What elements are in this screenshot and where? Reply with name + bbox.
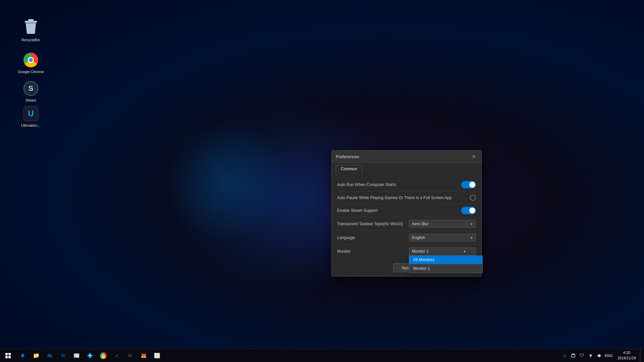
- taskbar: e 📁 🛍 ✉ 📰 💠 ✓: [0, 349, 644, 362]
- setting-steam-support: Enable Steam Support: [337, 204, 476, 217]
- taskbar-ie-icon[interactable]: e: [16, 349, 30, 362]
- show-desktop-button[interactable]: [640, 349, 643, 362]
- setting-auto-run: Auto Run When Computer Starts: [337, 178, 476, 191]
- svg-point-1: [590, 357, 591, 358]
- dialog-titlebar: Preferences ✕: [332, 150, 481, 163]
- steam-support-toggle[interactable]: [461, 207, 476, 214]
- clock-date: 2019/11/29: [618, 356, 636, 361]
- taskbar-app8-icon[interactable]: ✓: [110, 349, 123, 362]
- clock-time: 4:20: [623, 350, 630, 355]
- dialog-title: Preferences: [336, 154, 359, 159]
- monitor-option-1[interactable]: Monitor 1: [409, 264, 482, 273]
- language-dropdown-wrapper: English Chinese Japanese Korean ▼: [409, 234, 476, 242]
- network-icon: [588, 353, 593, 358]
- taskbar-style-select[interactable]: Aero Blur Transparent Blur None: [409, 220, 476, 228]
- dialog-content: Auto Run When Computer Starts Auto Pause…: [332, 173, 481, 261]
- taskbar-style-label: Translucent Taskbar Style(for Win10): [337, 222, 409, 226]
- steam-label: Steam: [25, 98, 36, 103]
- tray-app-icon-4[interactable]: [587, 349, 595, 362]
- windows-logo-icon: [5, 353, 11, 358]
- close-button[interactable]: ✕: [471, 153, 477, 160]
- taskbar-explorer-icon[interactable]: 📁: [30, 349, 43, 362]
- svg-marker-2: [598, 354, 600, 357]
- steam-support-knob: [469, 207, 475, 214]
- auto-run-knob: [469, 182, 475, 188]
- preferences-dialog: Preferences ✕ Common Auto Run When Compu…: [331, 150, 482, 277]
- clock-area[interactable]: 4:20 2019/11/29: [614, 349, 639, 362]
- tray-app-icon-3[interactable]: 🛡: [578, 349, 586, 362]
- auto-run-label: Auto Run When Computer Starts: [337, 182, 461, 187]
- auto-pause-label: Auto Pause While Playing Games Or There …: [337, 195, 470, 200]
- svg-rect-0: [572, 354, 575, 357]
- monitor-chevron-icon: ▼: [463, 250, 466, 253]
- language-label: Language: [337, 235, 409, 240]
- taskbar-style-dropdown-wrapper: Aero Blur Transparent Blur None ▼: [409, 220, 476, 228]
- setting-taskbar-style: Translucent Taskbar Style(for Win10) Aer…: [337, 217, 476, 231]
- setting-monitor: Monitor Monitor 1 ▼ All Monitors Monitor…: [337, 245, 476, 258]
- recycle-bin-label: RecycleBin: [21, 38, 40, 42]
- monitor-dropdown[interactable]: Monitor 1 ▼ All Monitors Monitor 1: [409, 247, 476, 255]
- taskbar-mail-icon[interactable]: ✉: [56, 349, 70, 362]
- setting-language: Language English Chinese Japanese Korean…: [337, 231, 476, 245]
- tray-icon-img-2: [571, 353, 576, 358]
- desktop: RecycleBin Google Chrome S Steam U Ultim…: [0, 0, 644, 362]
- taskbar-app5-icon[interactable]: 📰: [70, 349, 83, 362]
- ultrali-label: UltimateLi...: [21, 123, 41, 128]
- dialog-tabs: Common: [332, 163, 481, 173]
- tab-common[interactable]: Common: [336, 165, 362, 173]
- desktop-icon-ultrali[interactable]: U UltimateLi...: [17, 106, 44, 128]
- monitor-label: Monitor: [337, 249, 409, 254]
- monitor-dropdown-button[interactable]: Monitor 1 ▼: [409, 247, 476, 255]
- desktop-icon-recycle-bin[interactable]: RecycleBin: [17, 20, 44, 42]
- start-button[interactable]: [0, 349, 16, 362]
- taskbar-apps: e 📁 🛍 ✉ 📰 💠 ✓: [16, 349, 164, 362]
- tray-app-icon-1[interactable]: U: [560, 349, 569, 362]
- taskbar-store-icon[interactable]: 🛍: [43, 349, 56, 362]
- auto-run-toggle[interactable]: [461, 181, 476, 188]
- volume-icon: [597, 353, 602, 358]
- taskbar-app10-icon[interactable]: 🦊: [137, 349, 150, 362]
- tray-lang-icon[interactable]: ENG: [604, 349, 613, 362]
- system-tray: U 🛡 ENG 4:20 2019/11/29: [560, 349, 644, 362]
- setting-auto-pause: Auto Pause While Playing Games Or There …: [337, 191, 476, 204]
- auto-pause-radio[interactable]: [470, 195, 476, 201]
- taskbar-app11-icon[interactable]: ⬜: [150, 349, 164, 362]
- monitor-selected-value: Monitor 1: [412, 249, 429, 254]
- taskbar-app6-icon[interactable]: 💠: [83, 349, 97, 362]
- tray-app-icon-5[interactable]: [595, 349, 603, 362]
- chrome-label: Google Chrome: [18, 69, 44, 74]
- steam-support-label: Enable Steam Support: [337, 208, 461, 213]
- taskbar-app9-icon[interactable]: U: [123, 349, 137, 362]
- taskbar-chrome-taskbar-icon[interactable]: [97, 349, 110, 362]
- desktop-icon-steam[interactable]: S Steam: [17, 80, 44, 103]
- language-select[interactable]: English Chinese Japanese Korean: [409, 234, 476, 242]
- tray-app-icon-2[interactable]: [569, 349, 577, 362]
- desktop-icon-chrome[interactable]: Google Chrome: [17, 52, 44, 74]
- desktop-background: [0, 0, 644, 362]
- monitor-option-all[interactable]: All Monitors: [409, 255, 482, 264]
- monitor-dropdown-list: All Monitors Monitor 1: [409, 255, 483, 273]
